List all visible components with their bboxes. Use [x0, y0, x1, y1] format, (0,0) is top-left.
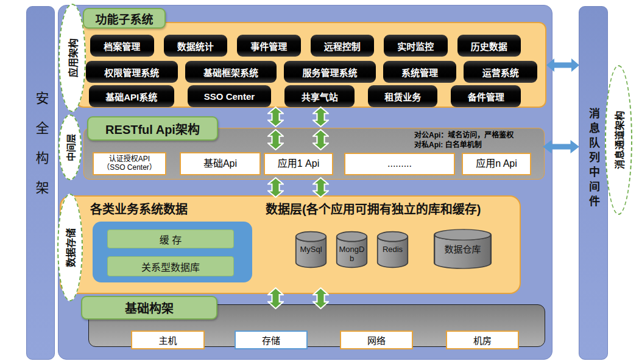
app1-api-label: 应用1 Api — [278, 158, 319, 169]
redis-cylinder: Redis — [376, 230, 409, 269]
message-queue-label: 消息队列中间件 — [585, 108, 601, 259]
middleware-oval: 中间层 — [58, 114, 82, 180]
appn-api-label: 应用n Api — [476, 158, 517, 169]
restful-api-section-title: RESTful Api架构 — [87, 116, 218, 141]
mongodb-cylinder: MongDb — [335, 230, 369, 269]
subsystem-box: 历史数据 — [457, 35, 521, 57]
subsystem-row-3: 基础API系统SSO Center共享气站租赁业务备件管理 — [89, 85, 521, 107]
message-queue-bar: 消息队列中间件 — [579, 6, 608, 360]
restful-api-title-text: RESTful Api架构 — [105, 120, 200, 138]
application-architecture-oval: 应用架构 — [58, 4, 86, 112]
subsystem-box: 运营系统 — [464, 61, 537, 83]
infrastructure-title-text: 基础构架 — [125, 299, 174, 317]
app-section-title-text: 功能子系统 — [95, 10, 153, 27]
relational-db-label: 关系型数据库 — [141, 259, 200, 274]
basic-api-box: 基础Api — [180, 152, 261, 175]
app-section-title: 功能子系统 — [83, 8, 166, 29]
app1-api-box: 应用1 Api — [264, 153, 333, 175]
green-double-arrow-icon — [312, 129, 329, 150]
green-double-arrow-icon — [267, 129, 284, 150]
api-policy-note-line2: 对私Api: 白名单机制 — [414, 140, 514, 150]
subsystem-box: 远程控制 — [311, 35, 375, 57]
mongodb-label: MongDb — [339, 245, 365, 263]
relational-db-box: 关系型数据库 — [107, 256, 234, 276]
data-storage-oval: 数据存储 — [57, 194, 83, 301]
blue-double-arrow-icon — [546, 57, 580, 74]
application-architecture-label: 应用架构 — [65, 38, 80, 77]
message-channel-oval: 消息通道架构 — [605, 65, 632, 215]
basic-api-label: 基础Api — [203, 158, 237, 169]
business-data-title: 各类业务系统数据 — [90, 200, 188, 217]
appn-api-box: 应用n Api — [462, 153, 531, 175]
api-policy-note-line1: 对公Api：域名访问，严格鉴权 — [414, 130, 514, 140]
middleware-label: 中间层 — [64, 133, 77, 161]
security-architecture-bar: 安全构架 — [26, 6, 55, 360]
network-box: 网络 — [340, 331, 413, 349]
mysql-label: MySql — [298, 245, 325, 254]
more-apis-box: ......... — [344, 153, 455, 175]
green-double-arrow-icon — [267, 287, 284, 309]
auth-api-line1: 认证授权API — [109, 155, 150, 164]
api-policy-note: 对公Api：域名访问，严格鉴权 对私Api: 白名单机制 — [414, 130, 514, 150]
subsystem-box: 租赁业务 — [368, 85, 438, 107]
blue-double-arrow-icon — [542, 138, 580, 155]
subsystem-box: SSO Center — [188, 85, 272, 107]
subsystem-box: 备件管理 — [451, 85, 521, 107]
auth-api-line2: （SSO Center） — [102, 164, 157, 172]
security-architecture-label: 安全构架 — [31, 91, 51, 275]
architecture-diagram: 安全构架 档案管理数据统计事件管理远程控制实时监控历史数据 权限管理系统基础框架… — [0, 0, 639, 364]
data-warehouse-cylinder: 数据仓库 — [431, 228, 494, 270]
green-double-arrow-icon — [267, 177, 284, 198]
subsystem-box: 数据统计 — [164, 35, 228, 57]
subsystem-box: 权限管理系统 — [86, 61, 178, 83]
subsystem-row-2: 权限管理系统基础框架系统服务管理系统系统管理运营系统 — [86, 61, 537, 83]
data-layer-title: 数据层(各个应用可拥有独立的库和缓存) — [266, 200, 481, 217]
storage-box: 存储 — [235, 331, 308, 349]
subsystem-box: 基础框架系统 — [185, 61, 277, 83]
subsystem-box: 事件管理 — [237, 35, 301, 57]
infrastructure-title: 基础构架 — [81, 296, 217, 320]
data-storage-label: 数据存储 — [63, 228, 77, 267]
host-box: 主机 — [131, 331, 205, 349]
data-warehouse-label: 数据仓库 — [437, 245, 487, 254]
subsystem-box: 实时监控 — [384, 35, 448, 57]
subsystem-box: 档案管理 — [90, 35, 154, 57]
auth-api-box: 认证授权API （SSO Center） — [93, 152, 166, 175]
message-channel-label: 消息通道架构 — [612, 111, 626, 169]
green-double-arrow-icon — [312, 287, 329, 309]
subsystem-box: 基础API系统 — [89, 85, 174, 107]
redis-label: Redis — [380, 245, 406, 254]
subsystem-box: 共享气站 — [284, 85, 355, 107]
more-apis-label: ......... — [387, 158, 412, 169]
green-double-arrow-icon — [312, 107, 329, 127]
subsystem-box: 服务管理系统 — [284, 61, 376, 83]
cache-box: 缓 存 — [107, 229, 234, 248]
subsystem-row-1: 档案管理数据统计事件管理远程控制实时监控历史数据 — [90, 35, 521, 57]
machine-room-box: 机房 — [446, 331, 519, 349]
cache-label: 缓 存 — [160, 232, 182, 247]
subsystem-box: 系统管理 — [383, 61, 457, 83]
green-double-arrow-icon — [267, 107, 284, 127]
green-double-arrow-icon — [312, 177, 329, 198]
mysql-cylinder: MySql — [294, 230, 328, 269]
